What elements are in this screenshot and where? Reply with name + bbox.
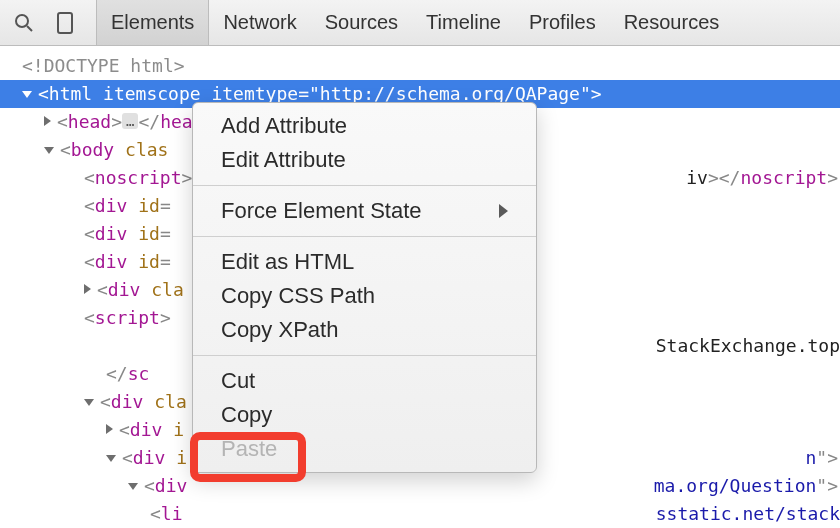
expand-arrow-icon[interactable] bbox=[44, 116, 51, 126]
menu-item-label: Copy XPath bbox=[221, 317, 338, 343]
menu-item-label: Copy CSS Path bbox=[221, 283, 375, 309]
expand-arrow-icon[interactable] bbox=[84, 399, 94, 406]
menu-item-label: Add Attribute bbox=[221, 113, 347, 139]
expand-arrow-icon[interactable] bbox=[106, 424, 113, 434]
device-icon[interactable] bbox=[54, 11, 78, 35]
menu-item-edit-as-html[interactable]: Edit as HTML bbox=[193, 245, 536, 279]
menu-item-force-element-state[interactable]: Force Element State bbox=[193, 194, 536, 228]
menu-item-label: Copy bbox=[221, 402, 272, 428]
dom-doctype[interactable]: <!DOCTYPE html> bbox=[0, 52, 840, 80]
tab-resources[interactable]: Resources bbox=[610, 0, 734, 45]
doctype-text: <!DOCTYPE html> bbox=[22, 55, 185, 76]
menu-item-copy-xpath[interactable]: Copy XPath bbox=[193, 313, 536, 347]
expand-arrow-icon[interactable] bbox=[44, 147, 54, 154]
menu-item-copy-css-path[interactable]: Copy CSS Path bbox=[193, 279, 536, 313]
menu-item-edit-attribute[interactable]: Edit Attribute bbox=[193, 143, 536, 177]
dom-div-deep[interactable]: <div ma.org/Question"> bbox=[0, 472, 840, 500]
tab-elements[interactable]: Elements bbox=[96, 0, 209, 45]
expand-arrow-icon[interactable] bbox=[22, 91, 32, 98]
tab-sources[interactable]: Sources bbox=[311, 0, 412, 45]
search-icon[interactable] bbox=[12, 11, 36, 35]
menu-item-label: Cut bbox=[221, 368, 255, 394]
menu-separator bbox=[193, 185, 536, 186]
context-menu: Add AttributeEdit AttributeForce Element… bbox=[192, 102, 537, 473]
expand-arrow-icon[interactable] bbox=[84, 284, 91, 294]
expand-arrow-icon[interactable] bbox=[106, 455, 116, 462]
menu-item-label: Edit as HTML bbox=[221, 249, 354, 275]
menu-item-cut[interactable]: Cut bbox=[193, 364, 536, 398]
dom-li[interactable]: <li sstatic.net/stack bbox=[0, 500, 840, 528]
tab-profiles[interactable]: Profiles bbox=[515, 0, 610, 45]
svg-line-1 bbox=[27, 26, 32, 31]
tab-network[interactable]: Network bbox=[209, 0, 310, 45]
menu-item-paste: Paste bbox=[193, 432, 536, 466]
expand-arrow-icon[interactable] bbox=[128, 483, 138, 490]
menu-item-label: Edit Attribute bbox=[221, 147, 346, 173]
menu-separator bbox=[193, 236, 536, 237]
menu-item-label: Force Element State bbox=[221, 198, 422, 224]
submenu-arrow-icon bbox=[499, 204, 508, 218]
menu-item-add-attribute[interactable]: Add Attribute bbox=[193, 109, 536, 143]
menu-item-label: Paste bbox=[221, 436, 277, 462]
tab-timeline[interactable]: Timeline bbox=[412, 0, 515, 45]
menu-separator bbox=[193, 355, 536, 356]
svg-rect-2 bbox=[58, 13, 72, 33]
svg-point-0 bbox=[16, 15, 28, 27]
menu-item-copy[interactable]: Copy bbox=[193, 398, 536, 432]
ellipsis-icon[interactable]: … bbox=[122, 113, 138, 129]
devtools-toolbar: Elements Network Sources Timeline Profil… bbox=[0, 0, 840, 46]
devtools-tabs: Elements Network Sources Timeline Profil… bbox=[96, 0, 733, 45]
